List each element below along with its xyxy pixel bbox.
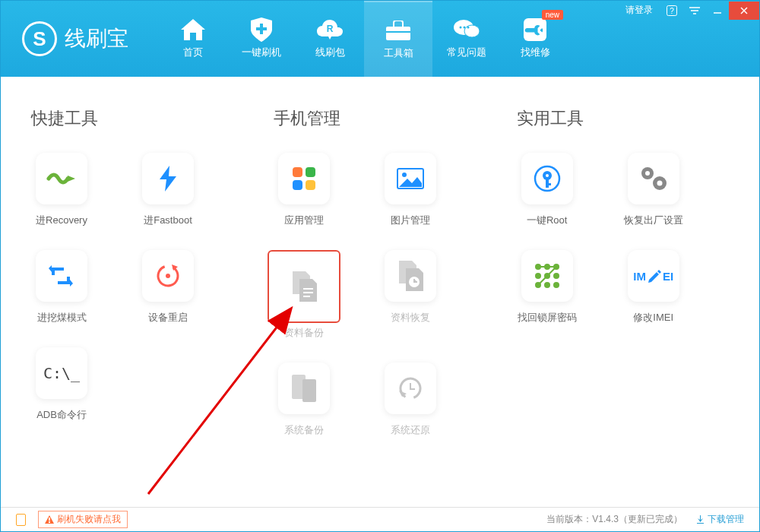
tool-reboot[interactable]: 设备重启 bbox=[130, 250, 206, 325]
menu-button[interactable] bbox=[683, 2, 706, 20]
tool-system-restore[interactable]: 系统还原 bbox=[372, 363, 448, 437]
version-label: 当前版本：V1.4.3（更新已完成） bbox=[546, 513, 682, 526]
home-icon bbox=[179, 18, 207, 41]
tool-data-restore[interactable]: 资料恢复 bbox=[372, 250, 448, 340]
svg-rect-25 bbox=[302, 379, 316, 402]
device-status-icon[interactable] bbox=[16, 514, 26, 526]
picture-icon bbox=[385, 153, 436, 204]
tool-label: ADB命令行 bbox=[36, 408, 87, 422]
nav-repair[interactable]: new 找维修 bbox=[501, 1, 569, 77]
imei-icon: IMEI bbox=[628, 250, 679, 302]
nav-label: 一键刷机 bbox=[242, 46, 281, 59]
svg-point-39 bbox=[535, 273, 541, 279]
download-manager-link[interactable]: 下载管理 bbox=[696, 513, 744, 526]
svg-point-35 bbox=[657, 181, 662, 186]
file-backup-icon bbox=[268, 250, 340, 323]
svg-rect-31 bbox=[546, 183, 551, 185]
section-phone-mgmt: 手机管理 应用管理 图片管理 资料备份 bbox=[266, 107, 493, 437]
nav-flash[interactable]: 一键刷机 bbox=[227, 1, 296, 77]
app-logo-icon: S bbox=[22, 21, 57, 56]
tool-label: 一键Root bbox=[527, 214, 567, 227]
window-controls: 请登录 ? bbox=[618, 1, 759, 20]
tool-data-backup[interactable]: 资料备份 bbox=[266, 250, 342, 340]
svg-rect-1 bbox=[386, 27, 410, 40]
svg-rect-17 bbox=[306, 180, 315, 190]
help-button[interactable]: ? bbox=[660, 2, 683, 20]
login-link[interactable]: 请登录 bbox=[618, 1, 660, 20]
section-title: 手机管理 bbox=[274, 107, 493, 130]
gears-icon bbox=[628, 153, 679, 204]
system-restore-icon bbox=[385, 363, 436, 414]
toolbox-icon bbox=[385, 19, 412, 42]
tool-root[interactable]: 一键Root bbox=[509, 153, 585, 227]
download-icon bbox=[696, 515, 705, 524]
tool-label: 进Recovery bbox=[36, 214, 87, 227]
svg-point-4 bbox=[464, 25, 480, 37]
file-restore-icon bbox=[385, 250, 436, 302]
tool-label: 修改IMEI bbox=[633, 311, 673, 325]
tool-recovery[interactable]: 进Recovery bbox=[24, 153, 100, 227]
shield-plus-icon bbox=[248, 18, 275, 41]
chat-icon bbox=[453, 18, 480, 41]
section-utility: 实用工具 一键Root 恢复出厂设置 找回锁屏密码 bbox=[509, 107, 736, 437]
nav-toolbox[interactable]: 工具箱 bbox=[364, 1, 432, 77]
tool-mining-mode[interactable]: 进挖煤模式 bbox=[24, 250, 100, 325]
nav-label: 线刷包 bbox=[315, 46, 345, 59]
nav-label: 找维修 bbox=[521, 46, 550, 59]
svg-point-6 bbox=[464, 27, 466, 29]
tool-unlock-pattern[interactable]: 找回锁屏密码 bbox=[509, 250, 585, 325]
tool-factory-reset[interactable]: 恢复出厂设置 bbox=[616, 153, 692, 227]
nav-label: 首页 bbox=[183, 46, 203, 59]
nav-faq[interactable]: 常见问题 bbox=[432, 1, 501, 77]
flash-fail-warning[interactable]: 刷机失败请点我 bbox=[38, 511, 128, 528]
tool-fastboot[interactable]: 进Fastboot bbox=[130, 153, 206, 227]
svg-text:R: R bbox=[327, 24, 334, 34]
system-backup-icon bbox=[278, 363, 330, 414]
svg-rect-20 bbox=[303, 288, 313, 290]
tool-label: 进挖煤模式 bbox=[37, 311, 87, 325]
section-title: 快捷工具 bbox=[31, 107, 251, 130]
svg-point-5 bbox=[460, 27, 462, 29]
tool-label: 资料备份 bbox=[284, 326, 324, 340]
nav-home[interactable]: 首页 bbox=[159, 1, 227, 77]
terminal-icon: C:\_ bbox=[36, 347, 87, 399]
close-button[interactable] bbox=[729, 2, 759, 20]
nav-rom[interactable]: R 线刷包 bbox=[296, 1, 364, 77]
new-badge: new bbox=[542, 10, 563, 20]
cloud-r-icon: R bbox=[316, 18, 344, 41]
app-header: S 线刷宝 首页 一键刷机 R bbox=[1, 1, 759, 77]
key-shield-icon bbox=[521, 153, 573, 204]
svg-rect-16 bbox=[293, 180, 302, 190]
nav-label: 工具箱 bbox=[384, 46, 413, 60]
tool-label: 找回锁屏密码 bbox=[518, 311, 577, 325]
tool-system-backup[interactable]: 系统备份 bbox=[266, 363, 342, 437]
app-title: 线刷宝 bbox=[65, 24, 128, 53]
tool-imei[interactable]: IMEI 修改IMEI bbox=[616, 250, 692, 325]
content-area: 快捷工具 进Recovery 进Fastboot 进挖煤模式 bbox=[1, 77, 759, 507]
wrench-icon bbox=[521, 18, 549, 41]
svg-rect-46 bbox=[49, 521, 50, 523]
nav-label: 常见问题 bbox=[447, 46, 486, 59]
svg-point-29 bbox=[546, 174, 549, 177]
apps-icon bbox=[278, 153, 330, 204]
svg-rect-47 bbox=[697, 523, 704, 524]
tool-label: 图片管理 bbox=[391, 214, 430, 227]
tool-app-mgmt[interactable]: 应用管理 bbox=[266, 153, 342, 227]
status-bar: 刷机失败请点我 当前版本：V1.4.3（更新已完成） 下载管理 bbox=[1, 507, 759, 531]
svg-point-43 bbox=[544, 282, 550, 288]
svg-point-44 bbox=[553, 282, 559, 288]
pattern-icon bbox=[521, 250, 573, 302]
tool-label: 资料恢复 bbox=[391, 311, 430, 325]
reload-arrows-icon bbox=[36, 250, 87, 302]
tool-label: 系统还原 bbox=[391, 423, 430, 437]
svg-rect-21 bbox=[303, 292, 313, 293]
section-quick-tools: 快捷工具 进Recovery 进Fastboot 进挖煤模式 bbox=[24, 107, 251, 437]
logo-area: S 线刷宝 bbox=[1, 21, 128, 56]
warning-icon bbox=[45, 515, 54, 524]
minimize-button[interactable] bbox=[706, 2, 729, 20]
tool-image-mgmt[interactable]: 图片管理 bbox=[372, 153, 448, 227]
snake-icon bbox=[36, 153, 87, 204]
tool-adb[interactable]: C:\_ ADB命令行 bbox=[24, 347, 100, 422]
svg-rect-14 bbox=[293, 167, 302, 177]
svg-point-7 bbox=[467, 27, 470, 29]
